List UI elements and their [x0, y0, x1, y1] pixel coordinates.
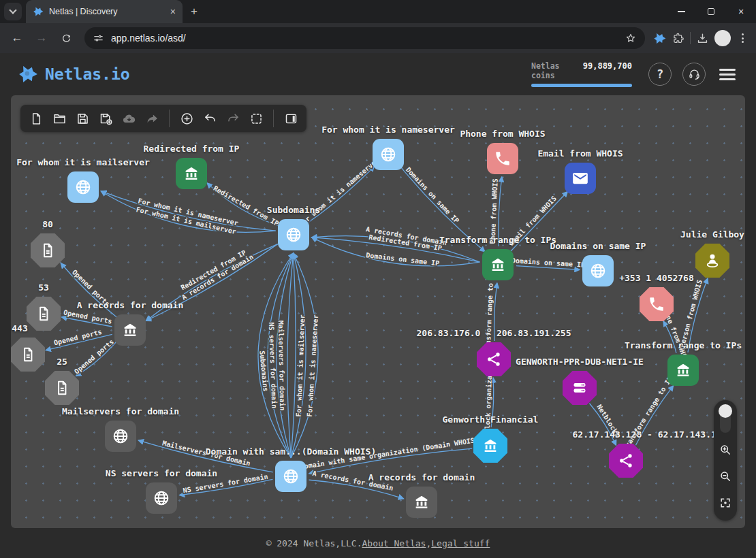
share-icon	[617, 452, 635, 470]
maximize-button[interactable]	[696, 0, 726, 23]
graph-node-port-25[interactable]	[45, 371, 79, 405]
redo-icon	[226, 112, 240, 126]
open-folder-button[interactable]	[49, 108, 69, 129]
close-button[interactable]: ×	[726, 0, 756, 23]
graph-node-netblock-62[interactable]	[609, 444, 643, 478]
graph-node-ns-servers[interactable]	[146, 482, 177, 514]
downloads-icon[interactable]	[696, 32, 709, 45]
add-node-button[interactable]	[176, 108, 197, 129]
toolbar-separator	[273, 110, 274, 127]
cloud-download-button[interactable]	[119, 108, 139, 129]
app-header: Netlas.io Netlas coins 99,889,700 ?	[0, 53, 756, 95]
browser-tab[interactable]: Netlas | Discovery ×	[26, 0, 183, 23]
coins-label: Netlas coins	[531, 61, 583, 80]
tab-search-button[interactable]	[4, 3, 22, 20]
marquee-select-icon	[249, 112, 264, 126]
browser-menu-button[interactable]	[736, 33, 749, 43]
redo-button[interactable]	[223, 108, 243, 129]
zoom-slider[interactable]	[720, 406, 731, 433]
save-button[interactable]	[72, 108, 93, 129]
graph-node-label: Transform range to IPs	[389, 235, 607, 245]
bank-icon	[489, 256, 507, 274]
bank-icon	[674, 361, 692, 379]
cloud-download-icon	[122, 112, 136, 126]
mail-icon	[571, 169, 589, 187]
netlas-logo[interactable]: Netlas.io	[18, 64, 130, 84]
app-menu-button[interactable]	[716, 66, 738, 83]
graph-canvas[interactable]: For whom it is nameserverFor whom it is …	[11, 95, 745, 528]
graph-node-label: Redirected from IP	[82, 144, 300, 154]
graph-node-label: 53	[11, 282, 153, 293]
graph-node-domains-same-ip[interactable]	[582, 255, 614, 286]
graph-node-mailserver-for[interactable]	[67, 171, 99, 203]
graph-node-a-records-2[interactable]	[406, 487, 437, 518]
save-as-icon	[99, 112, 113, 126]
app-footer: © 2024 Netlas,LLC. About Netlas , Legal …	[0, 528, 756, 558]
globe-icon	[285, 226, 302, 244]
fit-screen-button[interactable]	[719, 496, 732, 512]
coins-value: 99,889,700	[583, 61, 632, 80]
graph-node-label: 80	[11, 219, 157, 229]
new-tab-button[interactable]: +	[191, 5, 198, 18]
back-button[interactable]: ←	[7, 28, 27, 48]
about-link[interactable]: About Netlas	[362, 538, 426, 548]
tab-close-button[interactable]: ×	[170, 6, 176, 17]
graph-node-label: Genworth Financial	[381, 414, 599, 425]
bank-icon	[413, 493, 430, 511]
graph-node-email-whois[interactable]	[565, 163, 596, 194]
graph-node-netblock-206[interactable]	[477, 342, 511, 376]
graph-node-genworth-net[interactable]	[563, 371, 597, 405]
url-text[interactable]: app.netlas.io/asd/	[111, 33, 618, 44]
share-icon	[485, 350, 503, 368]
forward-button[interactable]: →	[31, 28, 52, 48]
phone-icon	[494, 150, 511, 167]
globe-icon	[282, 467, 300, 485]
graph-nodes-layer: For whom it is mailserverRedirected from…	[11, 95, 745, 528]
reload-button[interactable]	[56, 28, 76, 48]
new-file-button[interactable]	[26, 108, 46, 129]
graph-node-port-53[interactable]	[27, 297, 61, 331]
graph-node-label: Transform range to IPs	[574, 340, 745, 350]
graph-node-subdomains[interactable]	[278, 219, 309, 250]
minimize-button[interactable]	[666, 0, 696, 23]
tab-title: Netlas | Discovery	[49, 7, 165, 16]
globe-icon	[379, 146, 397, 163]
share-button[interactable]	[142, 108, 162, 129]
legal-link[interactable]: Legal stuff	[431, 538, 490, 548]
graph-node-nameserver-for[interactable]	[373, 139, 404, 170]
graph-node-transform-range-1[interactable]	[482, 249, 514, 280]
coins-progress-bar	[531, 84, 632, 87]
person-icon	[704, 252, 721, 269]
graph-node-redirected-from-ip[interactable]	[176, 158, 207, 189]
graph-node-phone-number[interactable]	[640, 287, 674, 321]
help-button[interactable]: ?	[648, 63, 672, 86]
graph-node-julie[interactable]	[695, 244, 729, 278]
link-separator: ,	[426, 538, 431, 548]
graph-node-port-443[interactable]	[11, 338, 45, 372]
server-icon	[571, 379, 588, 397]
phone-icon	[648, 295, 665, 313]
browser-window: Netlas | Discovery × + × ← → app.netlas.…	[0, 0, 756, 558]
extensions-puzzle-icon[interactable]	[672, 32, 684, 45]
graph-node-mailservers[interactable]	[105, 421, 136, 452]
graph-node-transform-range-2[interactable]	[667, 355, 699, 386]
panel-toggle-button[interactable]	[281, 108, 301, 129]
address-bar[interactable]: app.netlas.io/asd/	[84, 27, 645, 49]
graph-node-phone-whois[interactable]	[487, 143, 518, 174]
document-icon	[53, 379, 71, 397]
save-as-button[interactable]	[95, 108, 116, 129]
zoom-in-button[interactable]	[719, 443, 732, 459]
graph-node-domain-same[interactable]	[275, 461, 306, 492]
zoom-slider-knob[interactable]	[719, 404, 732, 418]
graph-node-label: Subdomains	[185, 205, 403, 215]
netlas-extension-icon[interactable]	[653, 32, 666, 45]
graph-node-a-records-1[interactable]	[114, 314, 146, 346]
bookmark-star-icon[interactable]	[625, 32, 637, 44]
support-button[interactable]	[682, 63, 706, 86]
graph-node-genworth-fin[interactable]	[473, 429, 507, 463]
marquee-select-button[interactable]	[246, 108, 266, 129]
graph-node-port-80[interactable]	[31, 233, 65, 267]
zoom-out-button[interactable]	[719, 470, 732, 486]
undo-button[interactable]	[200, 108, 220, 129]
profile-avatar[interactable]	[714, 30, 731, 46]
